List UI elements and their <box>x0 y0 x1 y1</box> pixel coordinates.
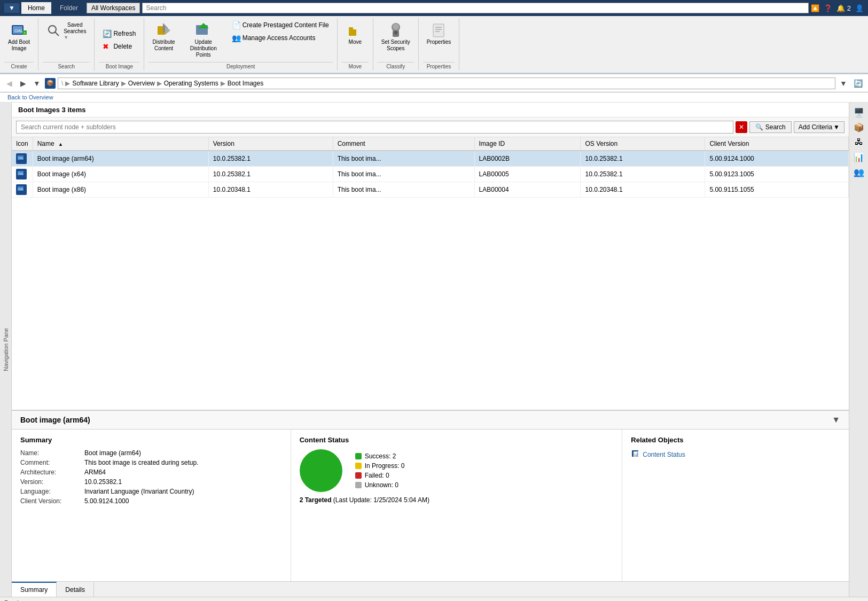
set-security-button[interactable]: Set SecurityScopes <box>378 19 414 54</box>
detail-tab-summary[interactable]: Summary <box>12 582 57 597</box>
dropdown-nav-button[interactable]: ▼ <box>31 77 43 89</box>
detail-summary-section: Summary Name:Boot image (arm64)Comment:T… <box>12 430 291 581</box>
cell-client-version: 5.00.9115.1055 <box>705 182 849 198</box>
title-bar: ▼ Home Folder All Workspaces 🔼 ❓ 🔔 2 👤 <box>0 0 868 16</box>
cell-os-version: 10.0.20348.1 <box>581 182 705 198</box>
detail-field-value: Boot image (arm64) <box>84 449 141 457</box>
table-area: Icon Name ▲ Version Comment Image ID OS … <box>12 137 849 410</box>
cell-name: Boot image (x64) <box>33 167 208 182</box>
col-image-id[interactable]: Image ID <box>474 137 581 151</box>
legend-dot <box>355 472 362 479</box>
table-row[interactable]: OAL Boot image (arm64) 10.0.25382.1 This… <box>12 151 849 167</box>
titlebar-icons: 🔼 ❓ 🔔 2 👤 <box>811 4 864 12</box>
workspace-label: All Workspaces <box>87 3 140 13</box>
properties-button[interactable]: Properties <box>423 19 455 48</box>
cell-comment: This boot ima... <box>333 151 474 167</box>
refresh-label: Refresh <box>113 30 136 37</box>
help-icon[interactable]: ❓ <box>824 4 832 12</box>
table-row[interactable]: OAL Boot image (x86) 10.0.20348.1 This b… <box>12 182 849 198</box>
titlebar-search-input[interactable] <box>142 3 809 13</box>
detail-field-value: This boot image is created during setup. <box>84 459 198 466</box>
detail-content-status-section: Content Status Success: 2In Progress: 0F… <box>291 430 623 581</box>
cell-image-id: LAB00005 <box>474 167 581 182</box>
col-client-version[interactable]: Client Version <box>705 137 849 151</box>
cell-icon: OAL <box>12 167 33 182</box>
saved-searches-button[interactable]: SavedSearches ▼ <box>43 19 90 43</box>
path-overview[interactable]: Overview <box>128 80 155 87</box>
col-icon[interactable]: Icon <box>12 137 33 151</box>
forward-nav-button[interactable]: ▶ <box>17 77 29 89</box>
add-criteria-button[interactable]: Add Criteria ▼ <box>794 121 844 133</box>
sidebar-icon-4[interactable]: 👥 <box>851 165 866 179</box>
main-layout: Navigation Pane Boot Images 3 items ✕ 🔍 … <box>0 103 868 597</box>
move-button[interactable]: Move <box>342 19 369 48</box>
app-icon: 📦 <box>45 78 56 89</box>
legend-label: Success: 2 <box>365 452 396 460</box>
ribbon-group-create: OAL + Add BootImage Create <box>0 18 38 71</box>
tab-home[interactable]: Home <box>21 2 51 14</box>
cell-comment: This boot ima... <box>333 182 474 198</box>
ribbon-group-classify: Set SecurityScopes Classify <box>373 18 419 71</box>
svg-text:OAL: OAL <box>18 172 24 175</box>
content-status-link[interactable]: 📊 Content Status <box>631 449 840 459</box>
minimize-icon[interactable]: 🔼 <box>811 4 819 12</box>
user-icon[interactable]: 👤 <box>855 4 864 12</box>
col-version[interactable]: Version <box>208 137 333 151</box>
search-clear-button[interactable]: ✕ <box>736 121 747 133</box>
content-area: Boot Images 3 items ✕ 🔍 Search Add Crite… <box>12 103 849 597</box>
col-os-version[interactable]: OS Version <box>581 137 705 151</box>
detail-field-value: 5.00.9124.1000 <box>84 497 129 505</box>
notification-icon[interactable]: 🔔 2 <box>836 4 851 12</box>
refresh-address-button[interactable]: 🔄 <box>851 78 865 89</box>
search-go-button[interactable]: 🔍 Search <box>749 121 792 133</box>
cell-icon: OAL <box>12 182 33 198</box>
legend-item: Success: 2 <box>355 452 405 460</box>
tab-folder[interactable]: Folder <box>53 2 84 14</box>
svg-text:+: + <box>24 30 26 35</box>
path-boot-images[interactable]: Boot Images <box>228 80 263 87</box>
content-search-input[interactable] <box>16 121 733 134</box>
add-boot-image-button[interactable]: OAL + Add BootImage <box>4 19 34 54</box>
update-distribution-button[interactable]: UpdateDistribution Points <box>181 19 226 61</box>
breadcrumb-path: \ ▶ Software Library ▶ Overview ▶ Operat… <box>58 77 835 89</box>
detail-collapse-button[interactable]: ▼ <box>832 415 840 425</box>
detail-field-label: Client Version: <box>20 497 84 505</box>
col-name[interactable]: Name ▲ <box>33 137 208 151</box>
cell-client-version: 5.00.9124.1000 <box>705 151 849 167</box>
app-dropdown-btn[interactable]: ▼ <box>4 3 19 13</box>
status-bar: Ready <box>0 597 868 601</box>
ribbon-content: OAL + Add BootImage Create <box>0 16 868 73</box>
sidebar-icon-0[interactable]: 🖥️ <box>851 105 866 120</box>
add-criteria-chevron: ▼ <box>833 123 840 131</box>
back-to-overview-bar: Back to Overview <box>0 92 868 103</box>
back-to-overview-link[interactable]: Back to Overview <box>4 93 57 102</box>
legend-label: Unknown: 0 <box>365 481 398 489</box>
table-row[interactable]: OAL Boot image (x64) 10.0.25382.1 This b… <box>12 167 849 182</box>
status-text: Ready <box>4 599 21 602</box>
ribbon-group-search: SavedSearches ▼ Search <box>38 18 95 71</box>
svg-rect-12 <box>349 29 356 36</box>
col-comment[interactable]: Comment <box>333 137 474 151</box>
path-operating-systems[interactable]: Operating Systems <box>164 80 218 87</box>
back-nav-button[interactable]: ◀ <box>3 77 15 89</box>
refresh-button[interactable]: 🔄 Refresh <box>99 28 139 40</box>
detail-field-value: Invariant Language (Invariant Country) <box>84 488 194 495</box>
legend-dot <box>355 453 362 459</box>
detail-field-label: Name: <box>20 449 84 457</box>
saved-searches-label: SavedSearches <box>64 22 86 35</box>
create-prestaged-button[interactable]: 📄 Create Prestaged Content File <box>228 19 333 31</box>
manage-access-icon: 👥 <box>232 34 240 42</box>
path-dropdown-button[interactable]: ▼ <box>838 77 849 89</box>
sidebar-icon-1[interactable]: 📦 <box>851 120 866 135</box>
sidebar-icon-3[interactable]: 📊 <box>851 150 866 165</box>
delete-button[interactable]: ✖ Delete <box>99 41 139 52</box>
detail-field-label: Version: <box>20 478 84 486</box>
distribute-content-button[interactable]: DistributeContent <box>148 19 178 54</box>
ribbon-group-deployment: DistributeContent UpdateDistribution Poi… <box>144 18 337 71</box>
detail-tab-details[interactable]: Details <box>57 582 94 597</box>
status-circle <box>300 449 342 492</box>
sidebar-icon-2[interactable]: 🖧 <box>851 135 866 150</box>
path-software-library[interactable]: Software Library <box>72 80 119 87</box>
svg-text:📊: 📊 <box>633 451 639 457</box>
manage-access-button[interactable]: 👥 Manage Access Accounts <box>228 32 333 44</box>
